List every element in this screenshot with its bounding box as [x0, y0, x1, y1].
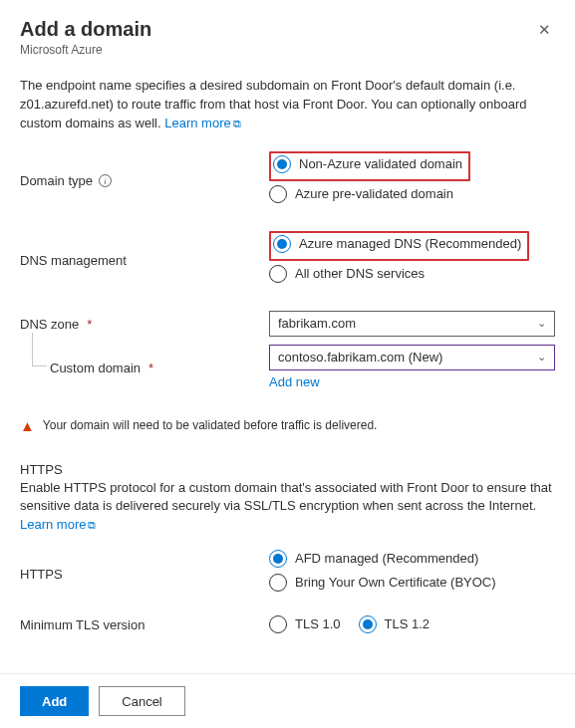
radio-all-other-dns[interactable]: All other DNS services [269, 265, 555, 283]
info-icon[interactable]: i [99, 174, 112, 187]
chevron-down-icon: ⌄ [537, 317, 546, 330]
external-link-icon: ⧉ [88, 519, 96, 531]
learn-more-link[interactable]: Learn more⧉ [164, 116, 240, 130]
footer: Add Cancel [0, 673, 575, 728]
radio-non-azure-validated[interactable]: Non-Azure validated domain [273, 155, 462, 173]
radio-byoc[interactable]: Bring Your Own Certificate (BYOC) [269, 574, 555, 592]
https-section-title: HTTPS [20, 462, 555, 477]
radio-azure-pre-validated[interactable]: Azure pre-validated domain [269, 185, 555, 203]
radio-tls-1-0[interactable]: TLS 1.0 [269, 615, 341, 633]
add-new-link[interactable]: Add new [269, 374, 555, 389]
radio-azure-managed-dns[interactable]: Azure managed DNS (Recommended) [273, 235, 521, 253]
external-link-icon: ⧉ [233, 118, 241, 129]
chevron-down-icon: ⌄ [537, 351, 546, 364]
domain-type-label: Domain type [20, 173, 93, 188]
custom-domain-label: Custom domain [50, 361, 141, 375]
https-description: Enable HTTPS protocol for a custom domai… [20, 479, 555, 515]
cancel-button[interactable]: Cancel [99, 686, 184, 716]
panel-subtitle: Microsoft Azure [20, 43, 151, 57]
radio-afd-managed[interactable]: AFD managed (Recommended) [269, 550, 555, 568]
dns-zone-label: DNS zone [20, 317, 79, 332]
https-learn-more-link[interactable]: Learn more⧉ [20, 517, 96, 532]
close-icon[interactable]: ✕ [534, 18, 555, 41]
description-body: The endpoint name specifies a desired su… [20, 78, 527, 130]
warning-text: Your domain will need to be validated be… [43, 418, 378, 432]
add-button[interactable]: Add [20, 686, 89, 716]
dns-management-label: DNS management [20, 253, 127, 268]
panel-title: Add a domain [20, 18, 151, 41]
https-label: HTTPS [20, 567, 63, 582]
dns-zone-dropdown[interactable]: fabrikam.com ⌄ [269, 311, 555, 337]
warning-icon: ▲ [20, 417, 35, 434]
description-text: The endpoint name specifies a desired su… [20, 77, 555, 133]
tls-label: Minimum TLS version [20, 617, 144, 632]
custom-domain-dropdown[interactable]: contoso.fabrikam.com (New) ⌄ [269, 345, 555, 370]
radio-tls-1-2[interactable]: TLS 1.2 [359, 615, 431, 633]
